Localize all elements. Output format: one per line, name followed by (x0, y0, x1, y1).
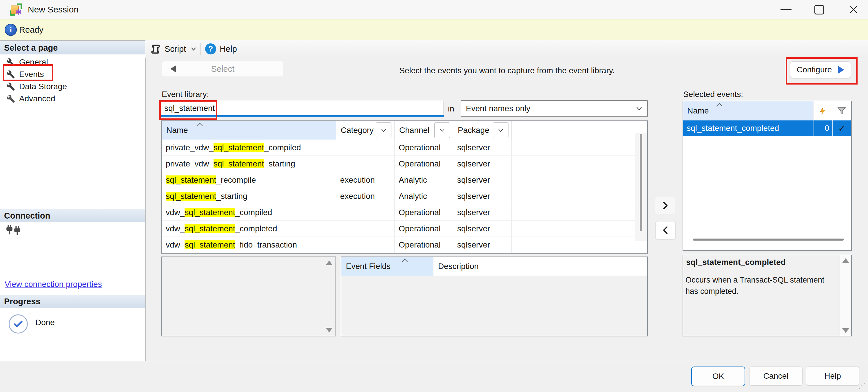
event-row[interactable]: private_vdw_sql_statement_startingOperat… (162, 156, 647, 172)
ok-button[interactable]: OK (691, 366, 745, 386)
in-label: in (448, 104, 454, 113)
column-label: Channel (399, 126, 429, 135)
script-button[interactable]: Script (164, 44, 186, 54)
event-row[interactable]: vdw_sql_statement_completedOperationalsq… (162, 221, 647, 237)
event-package-cell: sqlserver (453, 237, 512, 253)
column-header-package[interactable]: Package (453, 121, 512, 139)
selected-events-hscrollbar[interactable] (693, 238, 844, 240)
selected-column-header-filters[interactable] (813, 101, 832, 121)
event-row[interactable]: sql_statement_startingexecutionAnalytics… (162, 188, 647, 204)
remove-event-button[interactable] (655, 221, 676, 239)
column-label: Description (438, 262, 478, 271)
help-button[interactable]: Help (806, 366, 859, 386)
description-scrollbar[interactable] (840, 255, 851, 336)
event-name-cell: sql_statement_starting (162, 188, 336, 204)
scroll-down-icon[interactable] (842, 328, 849, 333)
column-header-empty (512, 121, 647, 139)
sort-ascending-icon (196, 122, 204, 127)
script-dropdown-icon[interactable] (191, 47, 196, 51)
scroll-up-icon[interactable] (326, 261, 333, 265)
event-channel-cell: Operational (395, 156, 453, 172)
event-name-cell: private_vdw_sql_statement_starting (162, 156, 336, 172)
sidebar-item-data-storage[interactable]: Data Storage (0, 80, 145, 93)
column-header-event-fields[interactable]: Event Fields (341, 257, 433, 275)
scroll-down-icon[interactable] (326, 328, 333, 332)
event-channel-cell: Analytic (395, 172, 453, 188)
channel-filter-dropdown[interactable] (434, 123, 450, 138)
sidebar-item-advanced[interactable]: Advanced (0, 93, 145, 105)
event-package-cell: sqlserver (453, 156, 512, 172)
selected-events-body: sql_statement_completed0✓ (683, 121, 851, 136)
selected-column-header-enabled[interactable] (832, 101, 851, 121)
column-label: Event Fields (346, 262, 391, 271)
red-highlight-events (3, 64, 53, 81)
maximize-button[interactable] (805, 0, 833, 19)
sort-ascending-icon (401, 258, 408, 263)
column-label: Package (458, 126, 489, 135)
column-header-empty (522, 257, 647, 275)
event-category-cell (336, 221, 395, 236)
lightning-icon (819, 106, 827, 115)
select-back-button[interactable]: Select (162, 61, 283, 76)
column-header-channel[interactable]: Channel (395, 121, 453, 139)
back-arrow-icon (170, 65, 176, 72)
chevron-down-icon (636, 106, 643, 111)
event-fill-cell (512, 156, 647, 172)
event-category-cell (336, 204, 395, 220)
instruction-text: Select the events you want to capture fr… (374, 66, 640, 75)
column-header-name[interactable]: Name (162, 121, 336, 139)
column-label: Category (341, 126, 374, 135)
event-name-cell: vdw_sql_statement_compiled (162, 204, 336, 220)
progress-status: Done (35, 318, 55, 327)
close-button[interactable] (839, 0, 868, 19)
red-highlight-search-term (159, 100, 217, 120)
app-icon: ✱ (10, 3, 22, 15)
listbox-scrollbar[interactable] (323, 257, 336, 336)
progress-header: Progress (0, 295, 145, 308)
description-title: sql_statement_completed (686, 258, 786, 267)
event-row[interactable]: sql_statement_recompileexecutionAnalytic… (162, 172, 647, 188)
event-category-cell (336, 156, 395, 172)
search-match-highlight: sql_statement (166, 192, 216, 201)
selected-events-panel: Name sql_statement_completed0✓ (683, 101, 852, 251)
sidebar-item-label: Advanced (19, 94, 55, 103)
column-header-category[interactable]: Category (336, 121, 395, 139)
scroll-up-icon[interactable] (842, 258, 849, 263)
selected-column-header-name[interactable]: Name (683, 101, 813, 121)
event-channel-cell: Operational (395, 221, 453, 236)
event-library-label: Event library: (162, 90, 209, 99)
cancel-button[interactable]: Cancel (749, 366, 803, 386)
search-match-highlight: sql_statement (185, 208, 235, 217)
event-row[interactable]: vdw_sql_statement_fido_transactionOperat… (162, 237, 647, 253)
red-highlight-configure (786, 57, 858, 85)
connection-plug-icon (5, 225, 20, 237)
search-scope-dropdown[interactable]: Event names only (461, 100, 648, 117)
status-bar: i Ready (0, 19, 868, 41)
new-session-dialog: ✱ New Session i Ready Select a page Gene… (0, 0, 868, 392)
package-filter-dropdown[interactable] (493, 123, 508, 138)
event-table-scrollbar[interactable] (635, 133, 647, 241)
view-connection-properties-link[interactable]: View connection properties (5, 280, 102, 289)
selected-events-label: Selected events: (683, 90, 743, 99)
sidebar: Select a page General Events Data Storag… (0, 40, 146, 361)
help-toolbar-button[interactable]: Help (220, 44, 237, 54)
chevron-down-icon (439, 129, 445, 132)
event-row[interactable]: private_vdw_sql_statement_compiledOperat… (162, 139, 647, 156)
scrollbar-thumb[interactable] (640, 134, 642, 231)
event-package-cell: sqlserver (453, 172, 512, 188)
search-match-highlight: sql_statement (214, 143, 264, 152)
resize-grip[interactable]: ⋰ (858, 381, 866, 390)
event-row[interactable]: vdw_sql_statement_compiledOperationalsql… (162, 204, 647, 221)
chevron-left-icon (661, 225, 670, 235)
add-event-button[interactable] (655, 197, 675, 214)
selected-event-row[interactable]: sql_statement_completed0✓ (683, 121, 851, 136)
category-filter-dropdown[interactable] (376, 123, 392, 138)
column-header-description[interactable]: Description (433, 257, 522, 275)
minimize-button[interactable] (772, 0, 800, 19)
search-scope-value: Event names only (466, 104, 530, 113)
event-fill-cell (512, 172, 647, 188)
column-label: Name (687, 106, 709, 116)
help-icon: ? (205, 43, 216, 55)
minimize-icon (780, 9, 792, 10)
event-library-table: Name Category Channel Package private_vd… (161, 121, 648, 254)
